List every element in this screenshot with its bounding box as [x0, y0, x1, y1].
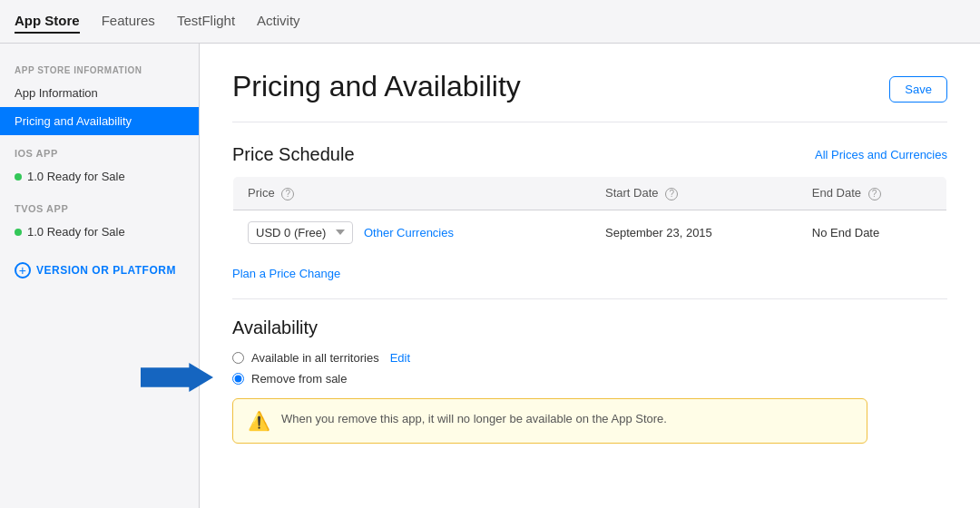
- end-date-cell: No End Date: [798, 210, 947, 255]
- edit-territories-link[interactable]: Edit: [390, 351, 410, 365]
- radio-all-territories-input[interactable]: [232, 352, 244, 364]
- availability-section: Availability Available in all territorie…: [232, 298, 947, 444]
- radio-all-territories-label: Available in all territories: [251, 351, 379, 365]
- plan-price-change-link[interactable]: Plan a Price Change: [232, 267, 947, 280]
- sidebar-item-app-information[interactable]: App Information: [0, 79, 199, 107]
- ios-status-dot: [15, 173, 22, 181]
- radio-remove-from-sale: Remove from sale: [232, 372, 947, 386]
- sidebar-tvos-status: 1.0 Ready for Sale: [0, 218, 199, 246]
- table-row: USD 0 (Free) Other Currencies September …: [233, 210, 947, 255]
- save-button[interactable]: Save: [889, 76, 947, 103]
- warning-icon: ⚠️: [248, 410, 270, 432]
- top-nav: App Store Features TestFlight Activity: [0, 0, 980, 44]
- warning-text: When you remove this app, it will no lon…: [281, 410, 667, 428]
- page-header: Pricing and Availability Save: [232, 69, 947, 122]
- add-version-button[interactable]: + VERSION OR PLATFORM: [0, 253, 199, 288]
- col-end-date: End Date ?: [798, 177, 947, 210]
- sidebar-ios-label: iOS APP: [0, 135, 199, 162]
- sidebar: APP STORE INFORMATION App Information Pr…: [0, 44, 200, 508]
- price-select[interactable]: USD 0 (Free): [248, 221, 353, 244]
- sidebar-section-appstore: APP STORE INFORMATION: [0, 58, 199, 79]
- nav-testflight[interactable]: TestFlight: [177, 9, 235, 34]
- other-currencies-link[interactable]: Other Currencies: [364, 226, 454, 239]
- price-select-wrapper: USD 0 (Free) Other Currencies: [248, 221, 454, 244]
- sidebar-item-pricing[interactable]: Pricing and Availability: [0, 107, 199, 135]
- tvos-status-dot: [15, 229, 22, 236]
- start-date-help-icon[interactable]: ?: [665, 188, 678, 200]
- start-date-cell: September 23, 2015: [591, 210, 798, 255]
- add-circle-icon: +: [15, 262, 31, 278]
- price-schedule-header: Price Schedule All Prices and Currencies: [232, 144, 947, 165]
- sidebar-ios-status: 1.0 Ready for Sale: [0, 162, 199, 190]
- col-start-date: Start Date ?: [591, 177, 798, 210]
- availability-title: Availability: [232, 318, 947, 338]
- nav-appstore[interactable]: App Store: [15, 9, 80, 34]
- main-content: Pricing and Availability Save Price Sche…: [200, 44, 980, 508]
- price-cell: USD 0 (Free) Other Currencies: [233, 210, 592, 255]
- radio-all-territories: Available in all territories Edit: [232, 351, 947, 365]
- warning-box: ⚠️ When you remove this app, it will no …: [232, 398, 867, 444]
- price-schedule-title: Price Schedule: [232, 144, 355, 165]
- nav-activity[interactable]: Activity: [257, 9, 300, 34]
- all-prices-link[interactable]: All Prices and Currencies: [815, 148, 947, 161]
- layout: APP STORE INFORMATION App Information Pr…: [0, 44, 980, 508]
- end-date-help-icon[interactable]: ?: [868, 188, 881, 200]
- page-title: Pricing and Availability: [232, 69, 521, 103]
- price-help-icon[interactable]: ?: [281, 188, 294, 200]
- radio-remove-from-sale-input[interactable]: [232, 373, 244, 385]
- price-table: Price ? Start Date ? End Date ?: [232, 176, 947, 256]
- nav-features[interactable]: Features: [102, 9, 155, 34]
- col-price: Price ?: [233, 177, 592, 210]
- radio-remove-from-sale-label: Remove from sale: [251, 372, 347, 386]
- sidebar-tvos-label: tvOS APP: [0, 190, 199, 218]
